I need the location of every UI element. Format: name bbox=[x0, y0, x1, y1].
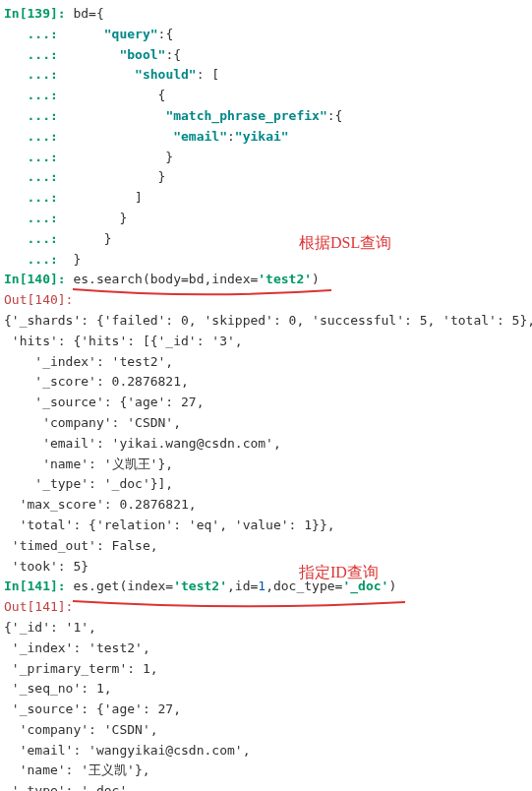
json-key: "bool" bbox=[119, 45, 165, 66]
code-text: ,doc_type= bbox=[266, 577, 342, 597]
json-key: "email" bbox=[173, 127, 227, 148]
code-line: ...: "bool":{ bbox=[4, 45, 532, 66]
code-line: ...: "email":"yikai" bbox=[4, 127, 532, 148]
code-text[interactable]: { bbox=[66, 86, 166, 106]
prompt-out: Out[141]: bbox=[4, 597, 73, 618]
output-line: '_index': 'test2', bbox=[4, 639, 532, 659]
code-line: ...: } bbox=[4, 148, 532, 168]
code-text: :{ bbox=[165, 45, 181, 66]
prompt-cont: ...: bbox=[4, 127, 66, 148]
output-line: 'timed_out': False, bbox=[4, 536, 532, 557]
prompt-cont: ...: bbox=[4, 45, 66, 66]
code-text[interactable]: es.get(index= bbox=[66, 577, 174, 597]
prompt-cont: ...: bbox=[4, 86, 66, 106]
json-key: "query" bbox=[104, 25, 158, 45]
prompt-cont: ...: bbox=[4, 167, 66, 188]
code-text[interactable] bbox=[66, 106, 166, 127]
output-line: 'took': 5} bbox=[4, 557, 532, 578]
code-line: ...: } bbox=[4, 229, 532, 250]
output-line: 'max_score': 0.2876821, bbox=[4, 495, 532, 516]
output-line: 'hits': {'hits': [{'_id': '3', bbox=[4, 332, 532, 352]
code-text[interactable] bbox=[66, 45, 120, 66]
code-line: ...: ] bbox=[4, 188, 532, 209]
prompt-cont: ...: bbox=[4, 209, 66, 229]
prompt-cont: ...: bbox=[4, 106, 66, 127]
prompt-cont: ...: bbox=[4, 65, 66, 86]
code-line: In[141]: es.get(index='test2',id=1,doc_t… bbox=[4, 577, 532, 597]
output-line: 'company': 'CSDN', bbox=[4, 413, 532, 434]
prompt-out: Out[140]: bbox=[4, 290, 73, 311]
underline-red-icon bbox=[71, 287, 336, 299]
prompt-cont: ...: bbox=[4, 148, 66, 168]
code-text: ) bbox=[388, 577, 396, 597]
output-line: '_source': {'age': 27, bbox=[4, 700, 532, 720]
json-key: "match_phrase_prefix" bbox=[165, 106, 326, 127]
output-line: '_primary_term': 1, bbox=[4, 659, 532, 680]
output-line: 'name': '义凯王'}, bbox=[4, 455, 532, 475]
underline-red-icon bbox=[71, 599, 410, 611]
code-line: ...: "query":{ bbox=[4, 25, 532, 45]
code-text: : [ bbox=[197, 65, 219, 86]
code-line: ...: } bbox=[4, 167, 532, 188]
output-line: 'total': {'relation': 'eq', 'value': 1}}… bbox=[4, 516, 532, 536]
prompt-cont: ...: bbox=[4, 250, 66, 271]
code-text: ,id= bbox=[227, 577, 258, 597]
code-line: ...: { bbox=[4, 86, 532, 106]
code-line: ...: "match_phrase_prefix":{ bbox=[4, 106, 532, 127]
json-value: "yikai" bbox=[235, 127, 289, 148]
code-text[interactable]: } bbox=[66, 229, 112, 250]
string-literal: 'test2' bbox=[173, 577, 227, 597]
output-line: '_type': '_doc', bbox=[4, 781, 532, 791]
code-text[interactable]: } bbox=[66, 209, 128, 229]
code-text[interactable]: ] bbox=[66, 188, 143, 209]
code-line: ...: "should": [ bbox=[4, 65, 532, 86]
code-line: ...: } bbox=[4, 209, 532, 229]
code-line: ...: } bbox=[4, 250, 532, 271]
code-text[interactable] bbox=[66, 25, 104, 45]
code-text[interactable]: } bbox=[66, 148, 174, 168]
output-line: '_type': '_doc'}], bbox=[4, 474, 532, 495]
ipython-console: In[139]: bd={ ...: "query":{ ...: "bool"… bbox=[4, 4, 532, 791]
code-text[interactable] bbox=[66, 65, 135, 86]
code-text[interactable]: } bbox=[66, 250, 82, 271]
output-line: '_index': 'test2', bbox=[4, 352, 532, 373]
json-key: "should" bbox=[135, 65, 197, 86]
code-line: In[139]: bd={ bbox=[4, 4, 532, 25]
code-text[interactable] bbox=[66, 127, 174, 148]
output-line: '_source': {'age': 27, bbox=[4, 393, 532, 413]
code-text[interactable]: } bbox=[66, 167, 166, 188]
code-text: : bbox=[227, 127, 235, 148]
output-line: 'company': 'CSDN', bbox=[4, 720, 532, 741]
prompt-in: In[139]: bbox=[4, 4, 66, 25]
output-line: 'name': '王义凯'}, bbox=[4, 761, 532, 781]
output-line: 'email': 'wangyikai@csdn.com', bbox=[4, 741, 532, 761]
code-text: :{ bbox=[327, 106, 343, 127]
code-text[interactable]: bd={ bbox=[66, 4, 104, 25]
number-literal: 1 bbox=[258, 577, 266, 597]
output-line: '_seq_no': 1, bbox=[4, 679, 532, 700]
output-line: {'_shards': {'failed': 0, 'skipped': 0, … bbox=[4, 311, 532, 332]
output-line: 'email': 'yikai.wang@csdn.com', bbox=[4, 434, 532, 455]
prompt-cont: ...: bbox=[4, 229, 66, 250]
output-line: '_score': 0.2876821, bbox=[4, 372, 532, 393]
output-line: {'_id': '1', bbox=[4, 618, 532, 639]
prompt-in: In[140]: bbox=[4, 270, 66, 290]
code-text: :{ bbox=[158, 25, 174, 45]
string-literal: '_doc' bbox=[342, 577, 388, 597]
prompt-in: In[141]: bbox=[4, 577, 66, 597]
prompt-cont: ...: bbox=[4, 188, 66, 209]
prompt-cont: ...: bbox=[4, 25, 66, 45]
